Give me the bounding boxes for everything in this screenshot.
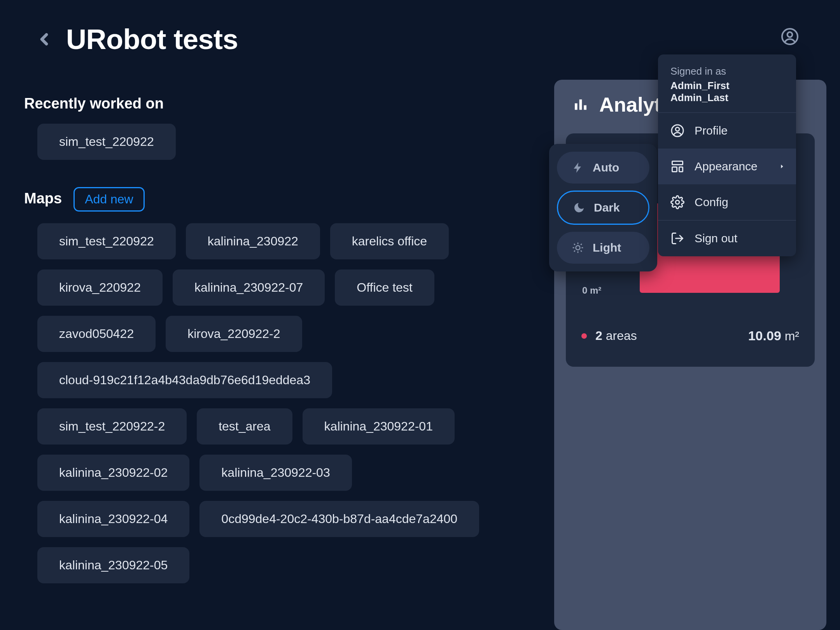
areas-total: 10.09 m²: [748, 328, 799, 343]
svg-rect-18: [679, 167, 683, 172]
svg-point-1: [788, 32, 793, 37]
svg-rect-16: [672, 161, 683, 165]
menu-item-label: Config: [695, 196, 728, 209]
appearance-option-label: Light: [593, 241, 621, 254]
appearance-option-dark[interactable]: Dark: [557, 191, 649, 225]
user-menu: Signed in as Admin_First Admin_Last Prof…: [658, 54, 796, 256]
map-chip[interactable]: karelics office: [330, 223, 449, 259]
add-new-button[interactable]: Add new: [74, 187, 145, 212]
svg-line-12: [574, 250, 575, 252]
svg-rect-3: [579, 100, 582, 110]
signed-in-label: Signed in as: [670, 65, 784, 77]
svg-rect-2: [575, 103, 578, 110]
signed-in-block: Signed in as Admin_First Admin_Last: [658, 54, 796, 113]
chart-y-tick: 0 m²: [582, 285, 601, 296]
appearance-submenu: Auto Dark Light: [549, 144, 657, 271]
map-chip[interactable]: sim_test_220922-2: [37, 408, 187, 444]
menu-item-signout[interactable]: Sign out: [658, 220, 796, 256]
svg-line-13: [581, 244, 582, 245]
account-button[interactable]: [780, 27, 799, 46]
map-chip[interactable]: cloud-919c21f12a4b43da9db76e6d19eddea3: [37, 362, 332, 398]
account-circle-icon: [780, 27, 799, 46]
signout-icon: [670, 231, 684, 245]
chevron-left-icon: [38, 32, 52, 46]
map-chip[interactable]: Office test: [335, 270, 434, 306]
svg-point-15: [676, 127, 679, 131]
layout-icon: [670, 159, 684, 173]
account-circle-icon: [670, 124, 684, 138]
bar-chart-icon: [573, 97, 588, 112]
signed-in-name: Admin_First Admin_Last: [670, 80, 784, 104]
back-button[interactable]: [35, 30, 54, 49]
svg-point-5: [576, 246, 580, 250]
maps-heading: Maps: [24, 190, 62, 207]
map-chip[interactable]: kalinina_230922-04: [37, 501, 189, 537]
appearance-option-label: Auto: [593, 161, 619, 174]
legend-dot-icon: [581, 333, 587, 339]
map-chip[interactable]: 0cd99de4-20c2-430b-b87d-aa4cde7a2400: [200, 501, 479, 537]
page-title: URobot tests: [66, 23, 238, 55]
chevron-right-icon: [779, 163, 785, 170]
map-chip[interactable]: kirova_220922-2: [166, 316, 302, 352]
svg-rect-4: [584, 105, 586, 110]
map-chip[interactable]: kalinina_230922-03: [200, 455, 352, 491]
svg-rect-17: [672, 167, 677, 172]
menu-item-profile[interactable]: Profile: [658, 113, 796, 149]
appearance-option-label: Dark: [594, 201, 620, 214]
legend-item: 2 areas: [581, 329, 637, 343]
gear-icon: [670, 195, 684, 209]
recent-map-chip[interactable]: sim_test_220922: [37, 124, 176, 160]
menu-item-appearance[interactable]: Appearance: [658, 149, 796, 184]
recently-heading: Recently worked on: [24, 95, 491, 112]
map-chip[interactable]: test_area: [197, 408, 292, 444]
appearance-option-auto[interactable]: Auto: [557, 152, 649, 184]
menu-item-label: Appearance: [695, 160, 758, 173]
appearance-option-light[interactable]: Light: [557, 232, 649, 264]
bolt-icon: [572, 161, 584, 174]
svg-line-10: [574, 244, 575, 245]
svg-point-19: [676, 200, 679, 204]
map-chip[interactable]: kalinina_230922-05: [37, 547, 189, 583]
menu-item-label: Profile: [695, 124, 728, 137]
map-chip[interactable]: kirova_220922: [37, 270, 163, 306]
map-chip[interactable]: kalinina_230922-02: [37, 455, 189, 491]
map-chip[interactable]: zavod050422: [37, 316, 156, 352]
map-chip[interactable]: kalinina_230922-01: [303, 408, 455, 444]
menu-item-label: Sign out: [695, 232, 737, 245]
svg-line-11: [581, 250, 582, 252]
map-chip[interactable]: kalinina_230922: [186, 223, 320, 259]
map-chip[interactable]: kalinina_230922-07: [173, 270, 325, 306]
sun-icon: [572, 242, 584, 254]
menu-item-config[interactable]: Config: [658, 184, 796, 220]
moon-icon: [573, 201, 585, 214]
map-chip[interactable]: sim_test_220922: [37, 223, 176, 259]
